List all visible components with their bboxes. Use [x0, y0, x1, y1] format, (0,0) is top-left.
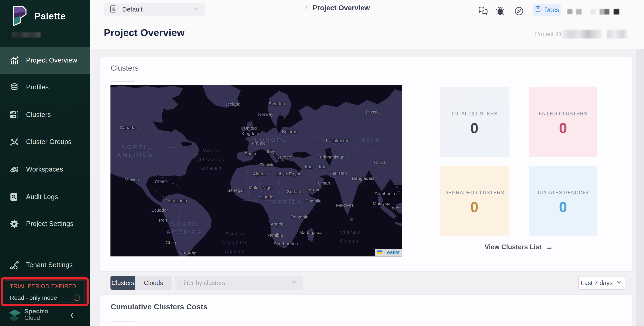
map-label: Spain	[244, 151, 256, 157]
leaflet-label: Leaflet	[384, 249, 400, 255]
map-label: Sweden	[268, 101, 285, 106]
orbit-icon	[10, 164, 19, 174]
book-icon	[534, 6, 542, 14]
map-label: AFRICA	[272, 198, 303, 206]
map-label: Nigeria	[259, 194, 274, 199]
palette-logo-icon	[8, 5, 29, 27]
project-chart-icon	[109, 5, 118, 14]
map-label: Greece	[276, 155, 291, 160]
divider	[111, 321, 134, 322]
total-clusters-stat: TOTAL CLUSTERS 0	[440, 87, 509, 157]
warning-icon	[73, 294, 80, 301]
sidebar-item-profiles[interactable]: Profiles	[0, 74, 90, 101]
map-label: Yemen	[306, 187, 320, 192]
map-label: Iraq	[305, 164, 312, 169]
logo-wordmark: Palette	[34, 11, 66, 21]
sidebar-item-tenant-settings[interactable]: Tenant Settings	[0, 252, 90, 278]
project-selector-value: Default	[122, 6, 189, 13]
sidebar-item-label: Tenant Settings	[26, 261, 73, 269]
tab-clouds[interactable]: Clouds	[135, 276, 172, 290]
map-label: Senegal	[227, 188, 244, 193]
chevron-down-icon	[194, 6, 200, 13]
leaflet-attribution[interactable]: Leaflet	[375, 249, 402, 256]
map-label: Indonesia	[390, 205, 402, 211]
map-label: Iceland	[226, 102, 240, 107]
ukraine-flag-icon	[377, 250, 382, 254]
filter-by-clusters-dropdown[interactable]: Filter by clusters	[174, 276, 303, 290]
cumulative-costs-title: Cumulative Clusters Costs	[111, 303, 208, 311]
degraded-clusters-stat: DEGRADED CLUSTERS 0	[440, 166, 509, 236]
map-label: Uruguay	[179, 250, 196, 255]
sidebar-item-project-settings[interactable]: Project Settings	[0, 211, 90, 237]
map-label: Venezuela	[166, 198, 187, 203]
map-label: Egypt	[289, 171, 300, 176]
bug-icon	[495, 5, 506, 17]
sidebar: Palette Project Overview Profile	[0, 0, 90, 326]
stat-value: 0	[559, 120, 567, 136]
chat-button[interactable]	[478, 5, 489, 17]
view-clusters-list-link[interactable]: View Clusters List →	[440, 243, 598, 252]
map-label: Peru	[159, 218, 168, 223]
map-label: ASIA	[361, 136, 380, 144]
tab-clusters[interactable]: Clusters	[110, 276, 135, 290]
docs-button[interactable]: Docs	[533, 4, 561, 16]
map-label: Chile	[166, 240, 176, 245]
breadcrumb: Project Overview	[312, 4, 370, 12]
view-clusters-list-label: View Clusters List	[484, 243, 542, 251]
clusters-section-title: Clusters	[111, 64, 139, 72]
map-label: United Kingdom	[242, 126, 259, 136]
map-label: France	[252, 141, 266, 146]
sidebar-item-label: Workspaces	[26, 165, 63, 173]
map-label: Mali	[249, 185, 257, 190]
server-icon	[10, 110, 19, 120]
scrollbar-track[interactable]	[636, 49, 644, 326]
map-label: Angola	[271, 221, 284, 227]
date-range-dropdown[interactable]: Last 7 days	[578, 276, 625, 290]
map-label: Russia	[366, 109, 380, 115]
map-label: SOUTH AMERICA	[166, 220, 203, 236]
chart-scope-tabs: Clusters Clouds	[110, 276, 172, 290]
spectro-cloud-wordmark: Spectro Cloud	[24, 308, 48, 321]
layers-icon	[10, 82, 19, 92]
map-label: Italy	[267, 149, 275, 154]
report-bug-button[interactable]	[495, 5, 506, 17]
project-selector-dropdown[interactable]: Default	[104, 3, 205, 15]
sidebar-item-workspaces[interactable]: Workspaces	[0, 156, 90, 183]
sidebar-item-clusters[interactable]: Clusters	[0, 102, 90, 128]
audit-logs-icon	[10, 192, 19, 202]
explore-button[interactable]	[514, 5, 524, 17]
clusters-world-map[interactable]: IcelandSwedenNorwayRussiaCanadaUnited Ki…	[110, 85, 402, 256]
map-label: Madagascar	[299, 230, 324, 235]
palette-logo[interactable]: Palette	[8, 5, 66, 27]
sidebar-item-label: Project Settings	[26, 220, 74, 228]
map-label: Tunisia	[260, 162, 274, 167]
sidebar-item-project-overview[interactable]: Project Overview	[0, 47, 90, 74]
redacted-avatar	[614, 9, 619, 14]
sidebar-item-cluster-groups[interactable]: Cluster Groups	[0, 129, 90, 155]
chevron-down-icon	[291, 279, 297, 287]
stat-label: UPDATES PENDING	[538, 190, 588, 196]
trial-expired-banner: TRIAL PERIOD EXPIRED Read - only mode	[5, 280, 85, 303]
top-bar: Default / Project Overview	[90, 0, 644, 49]
map-labels: IcelandSwedenNorwayRussiaCanadaUnited Ki…	[110, 85, 402, 256]
cumulative-costs-card: Cumulative Clusters Costs	[100, 295, 632, 326]
divider	[5, 292, 84, 292]
map-label: North Atlantic Ocean	[198, 146, 226, 173]
chevron-down-icon	[616, 279, 622, 287]
chat-icon	[478, 5, 489, 17]
chart-icon	[10, 55, 19, 65]
sidebar-item-audit-logs[interactable]: Audit Logs	[0, 184, 90, 210]
tools-icon	[10, 260, 19, 270]
map-label: Cuba	[155, 179, 166, 184]
app-window: Palette Project Overview Profile	[0, 0, 644, 326]
divider	[111, 81, 134, 82]
project-id-label: Project ID:	[535, 31, 563, 37]
map-label: Ecuador	[151, 208, 168, 213]
sidebar-item-label: Cluster Groups	[26, 138, 72, 146]
sidebar-item-label: Project Overview	[26, 56, 77, 64]
collapse-sidebar-icon[interactable]: ‹	[70, 306, 74, 322]
trial-expired-annotation: TRIAL PERIOD EXPIRED Read - only mode	[1, 277, 89, 306]
page-title: Project Overview	[104, 27, 184, 38]
stat-value: 0	[470, 120, 478, 136]
read-only-mode-label: Read - only mode	[10, 295, 57, 301]
